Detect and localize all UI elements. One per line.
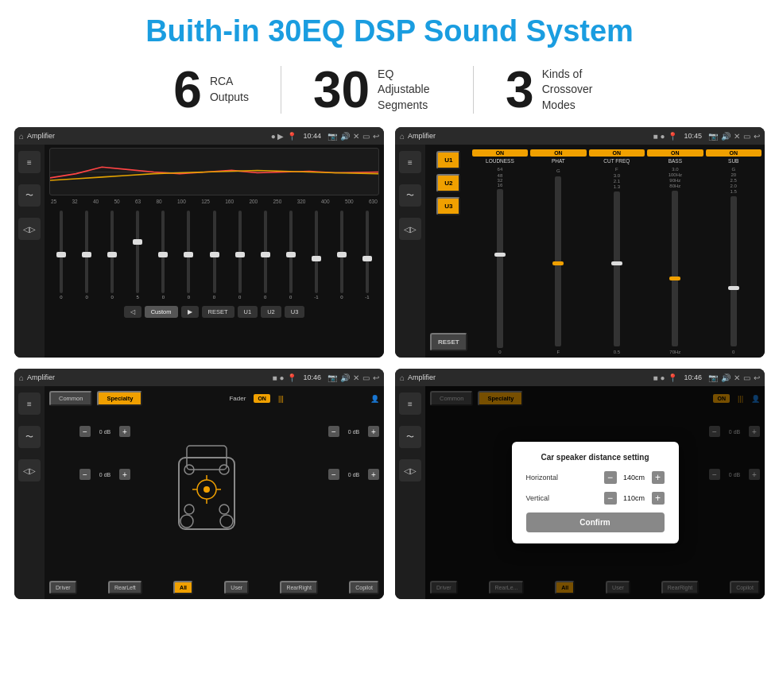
eq-slider-5: 0 — [176, 211, 200, 300]
location-icon-2: 📍 — [668, 132, 677, 141]
confirm-button[interactable]: Confirm — [526, 512, 665, 532]
ch3-plus[interactable]: + — [368, 426, 379, 437]
sub-label: SUB — [706, 158, 762, 164]
dist-sidebar-btn-2[interactable]: 〜 — [399, 426, 421, 448]
svg-point-10 — [203, 486, 210, 493]
time-4: 10:46 — [684, 373, 702, 381]
eq-slider-8: 0 — [254, 211, 277, 300]
u3-preset-btn[interactable]: U3 — [436, 197, 460, 215]
all-btn-3[interactable]: All — [173, 581, 193, 594]
horizontal-minus-btn[interactable]: − — [604, 471, 617, 484]
x-icon-3: ✕ — [353, 373, 359, 382]
vslider-cutfreq: F 3.0 2.1 1.3 0.5 — [589, 167, 645, 354]
vertical-minus-btn[interactable]: − — [604, 492, 617, 505]
home-icon-3: ⌂ — [19, 373, 24, 382]
eq-sidebar-btn-1[interactable]: ≡ — [18, 151, 41, 173]
specialty-tab-3[interactable]: Specialty — [97, 391, 142, 406]
rearright-btn-3[interactable]: RearRight — [280, 581, 318, 594]
xover-sidebar-btn-2[interactable]: 〜 — [399, 184, 421, 207]
stat-crossover-number: 3 — [506, 64, 534, 115]
dist-sidebar-btn-1[interactable]: ≡ — [399, 393, 421, 415]
vertical-plus-btn[interactable]: + — [652, 492, 665, 505]
u2-preset-btn[interactable]: U2 — [436, 174, 460, 192]
ch2-minus[interactable]: − — [79, 469, 91, 480]
vslider-phat: G F — [530, 167, 586, 354]
ch1-minus[interactable]: − — [79, 426, 91, 437]
app-name-2: Amplifier — [408, 132, 650, 140]
fader-label-3: Fader — [229, 395, 246, 402]
driver-btn-3[interactable]: Driver — [49, 581, 77, 594]
app-name-3: Amplifier — [27, 373, 269, 381]
ch3-value: 0 dB — [343, 429, 365, 435]
ch-loudness: ON LOUDNESS — [472, 149, 528, 164]
play-btn[interactable]: ▶ — [181, 306, 199, 318]
ch-phat: ON PHAT — [530, 149, 586, 164]
ch-row-2: − 0 dB + — [79, 469, 130, 480]
common-tab-3[interactable]: Common — [49, 391, 92, 406]
cutfreq-label: CUT FREQ — [589, 158, 645, 164]
eq-slider-6: 0 — [202, 211, 226, 300]
copilot-btn-3[interactable]: Copilot — [349, 581, 379, 594]
vol-icon-3: 🔊 — [340, 373, 350, 382]
screen-body-3: ≡ 〜 ◁▷ Common Specialty Fader ON ||| 👤 − — [14, 386, 384, 599]
u3-btn[interactable]: U3 — [285, 306, 305, 318]
screen-eq: ⌂ Amplifier ● ▶ 📍 10:44 📷 🔊 ✕ ▭ ↩ ≡ 〜 ◁▷ — [14, 127, 384, 358]
svg-point-7 — [184, 505, 194, 514]
ch-bass: ON BASS — [647, 149, 703, 164]
prev-btn[interactable]: ◁ — [124, 306, 141, 318]
ch-row-3: − 0 dB + — [328, 426, 379, 437]
eq-sidebar-btn-2[interactable]: 〜 — [18, 184, 41, 207]
eq-slider-12: -1 — [355, 211, 379, 300]
rect-icon-1: ▭ — [362, 132, 370, 141]
reset-btn[interactable]: RESET — [202, 306, 234, 318]
xover-sidebar-btn-3[interactable]: ◁▷ — [399, 218, 421, 240]
fader-on-3: ON — [254, 394, 270, 403]
ch4-value: 0 dB — [343, 472, 365, 478]
vol-icon-4: 🔊 — [721, 373, 731, 382]
u1-btn[interactable]: U1 — [238, 306, 258, 318]
fader-bars-3: ||| — [278, 395, 284, 403]
sidebar-2: ≡ 〜 ◁▷ — [395, 145, 425, 358]
location-icon-3: 📍 — [287, 373, 296, 382]
stat-rca: 6 RCAOutputs — [141, 64, 281, 115]
horizontal-stepper: − 140cm + — [604, 471, 665, 484]
xover-sidebar-btn-1[interactable]: ≡ — [399, 151, 421, 173]
stat-eq-text: EQ AdjustableSegments — [378, 67, 441, 114]
ch1-plus[interactable]: + — [119, 426, 130, 437]
fader-sidebar-btn-2[interactable]: 〜 — [18, 426, 41, 448]
vslider-loudness: 64 48 32 16 0 — [472, 167, 528, 354]
eq-bottom-bar: ◁ Custom ▶ RESET U1 U2 U3 — [49, 306, 379, 318]
eq-slider-9: 0 — [279, 211, 303, 300]
reset-preset-btn[interactable]: RESET — [430, 333, 467, 351]
fader-main: Common Specialty Fader ON ||| 👤 − 0 dB + — [45, 386, 384, 599]
svg-point-4 — [220, 515, 233, 528]
eq-slider-1: 0 — [75, 211, 99, 300]
u1-preset-btn[interactable]: U1 — [436, 151, 460, 169]
eq-sliders: 0 0 0 5 0 0 0 0 0 0 -1 0 -1 — [49, 207, 379, 303]
ch4-plus[interactable]: + — [368, 469, 379, 480]
rearleft-btn-3[interactable]: RearLeft — [108, 581, 142, 594]
fader-sidebar-btn-1[interactable]: ≡ — [18, 393, 41, 415]
dist-sidebar-btn-3[interactable]: ◁▷ — [399, 459, 421, 481]
location-icon-1: 📍 — [287, 132, 296, 141]
page-title: Buith-in 30EQ DSP Sound System — [0, 0, 779, 56]
horizontal-value: 140cm — [620, 474, 649, 481]
screen-body-4: ≡ 〜 ◁▷ Common Specialty ON ||| 👤 Driver … — [395, 386, 765, 599]
eq-sidebar-btn-3[interactable]: ◁▷ — [18, 218, 41, 240]
horizontal-plus-btn[interactable]: + — [652, 471, 665, 484]
screen-crossover: ⌂ Amplifier ■ ● 📍 10:45 📷 🔊 ✕ ▭ ↩ ≡ 〜 ◁▷ — [395, 127, 765, 358]
custom-btn[interactable]: Custom — [145, 306, 178, 318]
right-channels: − 0 dB + − 0 dB + — [328, 426, 379, 485]
stat-eq: 30 EQ AdjustableSegments — [281, 64, 473, 115]
on-badge-phat: ON — [530, 149, 586, 157]
user-btn-3[interactable]: User — [224, 581, 249, 594]
eq-graph — [49, 148, 379, 195]
left-channels: − 0 dB + − 0 dB + — [79, 426, 130, 485]
vslider-bass: 3.0 100Hz 90Hz 80Hz 70Hz — [647, 167, 703, 354]
ch3-minus[interactable]: − — [328, 426, 339, 437]
ch2-plus[interactable]: + — [119, 469, 130, 480]
horizontal-label: Horizontal — [526, 474, 570, 481]
fader-sidebar-btn-3[interactable]: ◁▷ — [18, 459, 41, 481]
ch4-minus[interactable]: − — [328, 469, 339, 480]
u2-btn[interactable]: U2 — [261, 306, 281, 318]
